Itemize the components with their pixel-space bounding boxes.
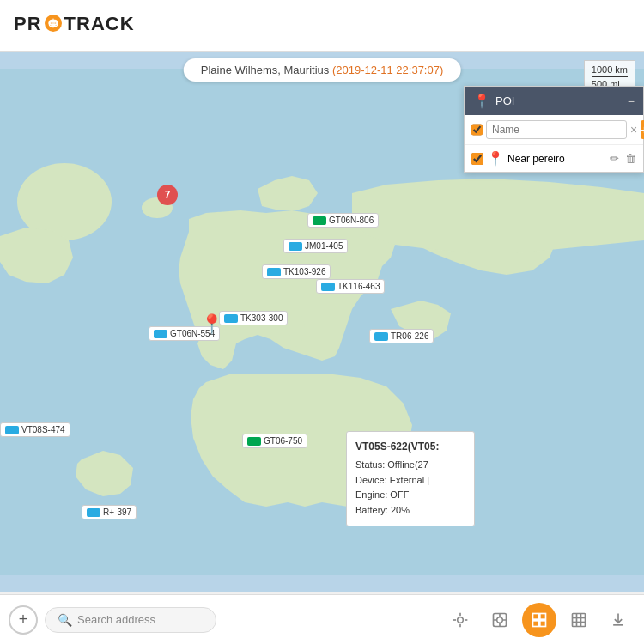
building-bottom-button[interactable] (483, 603, 517, 637)
grid-active-bottom-button[interactable] (522, 603, 556, 637)
search-address-box[interactable]: 🔍 Search address (45, 607, 216, 633)
poi-item-name: Near pereiro (507, 153, 606, 165)
location-bar: Plaine Wilhems, Mauritius (2019-12-11 22… (184, 58, 461, 82)
vehicle-JM01-405[interactable]: JM01-405 (283, 239, 348, 253)
search-icon: 🔍 (58, 613, 72, 627)
vehicle-icon (87, 508, 100, 517)
poi-edit-button[interactable]: ✏ (610, 152, 619, 165)
map-container[interactable]: Plaine Wilhems, Mauritius (2019-12-11 22… (0, 52, 644, 592)
logo-icon (44, 14, 63, 38)
vehicle-TK303-300[interactable]: TK303-300 (219, 311, 288, 325)
download-bottom-button[interactable] (601, 603, 635, 637)
vehicle-id: GT06N-806 (329, 216, 374, 225)
vehicle-id: TR06-226 (391, 331, 428, 341)
vehicle-icon (289, 242, 302, 251)
datetime-text: (2019-12-11 22:37:07) (332, 64, 443, 76)
poi-clear-button[interactable]: × (630, 123, 637, 137)
vehicle-icon (267, 268, 281, 276)
popup-status: Status: Offline(27 (355, 458, 465, 473)
red-pin-marker[interactable]: 📍 (200, 313, 223, 336)
vehicle-GT06-750[interactable]: GT06-750 (242, 434, 307, 448)
logo-track: TRACK (64, 13, 135, 34)
vehicle-id: R+-397 (103, 507, 131, 517)
vehicle-R-397[interactable]: R+-397 (82, 505, 137, 519)
poi-item-pin-icon: 📍 (487, 150, 504, 167)
vehicle-id: TK303-300 (240, 313, 283, 323)
vehicle-id: GT06-750 (264, 436, 302, 446)
vehicle-icon (374, 332, 388, 341)
grid-bottom-button[interactable] (562, 603, 596, 637)
vehicle-VT08S-474[interactable]: VT08S-474 (0, 422, 70, 437)
svg-point-13 (497, 617, 503, 623)
vehicle-icon (247, 437, 261, 446)
popup-device: Device: External | (355, 473, 465, 489)
cluster-marker[interactable]: 7 (157, 185, 178, 205)
location-text: Plaine Wilhems, Mauritius (201, 64, 330, 76)
vehicle-icon (321, 283, 335, 291)
cluster-count: 7 (165, 189, 171, 201)
vehicle-TK116-463[interactable]: TK116-463 (316, 279, 385, 294)
scale-km: 1000 km (592, 64, 628, 77)
vehicle-TR06-226[interactable]: TR06-226 (369, 329, 434, 343)
add-button[interactable]: + (9, 605, 38, 635)
poi-add-button[interactable]: + (641, 120, 644, 139)
poi-minimize-button[interactable]: − (628, 94, 635, 108)
vehicle-icon (154, 330, 167, 338)
poi-pin-icon: 📍 (473, 93, 490, 109)
vehicle-icon (224, 314, 238, 323)
vehicle-GT06N-806[interactable]: GT06N-806 (307, 213, 379, 228)
poi-search-input[interactable] (486, 120, 627, 139)
vehicle-id: TK116-463 (337, 282, 380, 291)
popup-title: VT05S-622(VT05: (355, 439, 465, 455)
bottom-bar: + 🔍 Search address (0, 594, 644, 644)
vehicle-id: VT08S-474 (21, 425, 65, 434)
poi-panel: 📍 POI − × + 📍 Near pereiro ✏ 🗑 (464, 86, 644, 173)
poi-item-checkbox[interactable] (471, 153, 483, 165)
vehicle-id: TK103-926 (283, 267, 325, 276)
search-placeholder-text: Search address (77, 613, 155, 626)
svg-rect-18 (573, 613, 586, 626)
svg-point-7 (458, 617, 464, 623)
vehicle-icon (5, 426, 19, 434)
svg-rect-17 (540, 620, 546, 626)
vehicle-icon (313, 216, 326, 225)
header: PR TRACK (0, 0, 644, 52)
location-bottom-button[interactable] (443, 603, 477, 637)
popup-battery: Battery: 20% (355, 503, 465, 519)
poi-panel-header: 📍 POI − (465, 87, 643, 115)
vehicle-id: JM01-405 (305, 241, 343, 251)
svg-rect-14 (533, 613, 539, 619)
vehicle-popup[interactable]: VT05S-622(VT05: Status: Offline(27 Devic… (346, 431, 475, 526)
poi-search-row: × + (465, 115, 643, 145)
logo: PR TRACK (14, 13, 135, 37)
vehicle-TK103-926[interactable]: TK103-926 (262, 264, 331, 279)
svg-rect-15 (540, 613, 546, 619)
svg-rect-16 (533, 620, 539, 626)
logo-pr: PR (14, 13, 42, 34)
poi-title-row: 📍 POI (473, 93, 514, 109)
popup-engine: Engine: OFF (355, 488, 465, 503)
poi-list-item[interactable]: 📍 Near pereiro ✏ 🗑 (465, 145, 643, 172)
poi-title: POI (495, 94, 514, 107)
poi-delete-button[interactable]: 🗑 (625, 152, 636, 165)
bottom-icons-group (443, 603, 635, 637)
poi-search-checkbox[interactable] (471, 124, 483, 136)
